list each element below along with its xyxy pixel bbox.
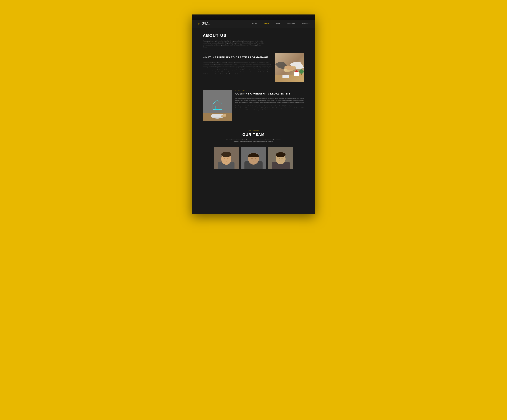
- ownership-image: [203, 90, 232, 121]
- svg-rect-21: [224, 158, 225, 159]
- inspired-image: [275, 53, 304, 82]
- svg-rect-6: [275, 75, 304, 82]
- inspired-left: ABOUT US WHAT INSPIRED US TO CREATE PROP…: [203, 53, 272, 82]
- nav-links: HOME · ABOUT · TEAM · SERVICES · CAREERS: [253, 23, 310, 25]
- svg-point-10: [299, 69, 304, 74]
- nav-about[interactable]: ABOUT: [264, 23, 269, 24]
- ownership-text-2: PropManage will be located in Mississaug…: [235, 105, 304, 111]
- svg-rect-11: [301, 74, 302, 75]
- team-title: OUR TEAM: [206, 133, 301, 137]
- svg-rect-9: [282, 75, 289, 78]
- team-section: OUR EXPERTS OUR TEAM The organization wi…: [203, 130, 304, 169]
- team-member-2-svg: [241, 147, 266, 169]
- ownership-title: COMPANY OWNERSHIP / LEGAL ENTITY: [235, 92, 304, 95]
- page-wrapper: PROP MANAGE HOME · ABOUT · TEAM · SERVIC…: [192, 14, 315, 214]
- about-description: The company is currently in the start-up…: [203, 40, 264, 48]
- hero-overlay: [192, 14, 315, 20]
- team-card-1: [214, 147, 239, 169]
- about-title: ABOUT US: [203, 33, 304, 38]
- nav-team[interactable]: TEAM: [276, 23, 281, 24]
- handshake-svg: [275, 53, 304, 82]
- ownership-text-1: Currently, PropManage (a partnership own…: [235, 98, 304, 103]
- logo-area[interactable]: PROP MANAGE: [197, 22, 211, 26]
- inspired-text: The real estate and proptech (property t…: [203, 61, 272, 75]
- team-member-1-svg: [214, 147, 239, 169]
- svg-rect-26: [251, 158, 253, 159]
- team-grid: [206, 147, 301, 169]
- svg-rect-32: [279, 158, 280, 159]
- main-content: ABOUT US The company is currently in the…: [192, 28, 315, 180]
- svg-point-20: [221, 152, 231, 157]
- hero-image-area: [192, 14, 315, 20]
- ownership-svg: [203, 90, 232, 121]
- svg-point-31: [276, 152, 286, 157]
- nav-services[interactable]: SERVICES: [287, 23, 295, 24]
- logo-text: PROP MANAGE: [202, 22, 211, 26]
- ownership-right: OUR STORY COMPANY OWNERSHIP / LEGAL ENTI…: [235, 90, 304, 121]
- logo-manage: MANAGE: [202, 24, 211, 26]
- logo-icon: [197, 22, 201, 26]
- nav-home[interactable]: HOME: [253, 23, 257, 24]
- inspired-title: WHAT INSPIRED US TO CREATE PROPMANAGE: [203, 56, 272, 59]
- team-label: OUR EXPERTS: [206, 130, 301, 131]
- team-card-2: [241, 147, 266, 169]
- svg-point-2: [198, 23, 199, 24]
- ownership-label: OUR STORY: [235, 90, 304, 91]
- svg-rect-33: [282, 158, 283, 159]
- team-description: The organization will be managed by the …: [225, 139, 282, 142]
- navigation: PROP MANAGE HOME · ABOUT · TEAM · SERVIC…: [192, 20, 315, 28]
- svg-rect-27: [254, 158, 256, 159]
- ownership-section: OUR STORY COMPANY OWNERSHIP / LEGAL ENTI…: [203, 90, 304, 121]
- team-member-3-svg: [268, 147, 293, 169]
- inspired-section: ABOUT US WHAT INSPIRED US TO CREATE PROP…: [203, 53, 304, 82]
- svg-rect-7: [294, 72, 299, 76]
- handshake-visual: [275, 53, 304, 82]
- svg-rect-22: [227, 158, 228, 159]
- nav-careers[interactable]: CAREERS: [302, 23, 310, 24]
- inspired-label: ABOUT US: [203, 53, 272, 55]
- team-card-3: [268, 147, 293, 169]
